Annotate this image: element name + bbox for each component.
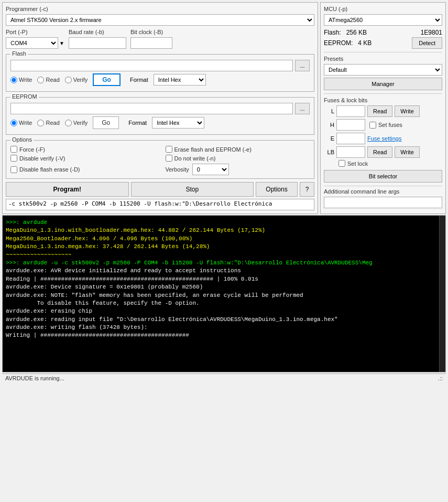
disable-flash-erase-checkbox[interactable] bbox=[10, 166, 17, 173]
flash-browse-button[interactable]: ... bbox=[295, 60, 310, 71]
verbosity-label: Verbosity bbox=[166, 166, 189, 173]
baud-rate-input[interactable]: 115200 bbox=[69, 37, 126, 49]
flash-format-select[interactable]: Intel Hex bbox=[154, 74, 206, 86]
programmer-select[interactable]: Atmel STK500 Version 2.x firmware bbox=[6, 14, 314, 26]
set-fuses-label: Set fuses bbox=[378, 122, 402, 128]
verbosity-select[interactable]: 0 bbox=[192, 164, 229, 175]
erase-checkbox[interactable] bbox=[166, 146, 172, 153]
eeprom-read-radio[interactable] bbox=[37, 120, 44, 126]
set-fuses-checkbox[interactable] bbox=[369, 122, 376, 129]
mcu-flash-label: Flash: bbox=[324, 29, 341, 36]
eeprom-read-label: Read bbox=[46, 120, 59, 126]
fuse-lb-write-button[interactable]: Write bbox=[395, 146, 419, 158]
flash-go-button[interactable]: Go bbox=[93, 73, 121, 86]
mcu-flash-addr: 1E9801 bbox=[421, 29, 442, 36]
flash-file-input[interactable]: D:\Desarrollo Electrónica\AVRDUDESS\Mega… bbox=[10, 60, 293, 71]
port-label: Port (-P) bbox=[6, 29, 64, 35]
console-output: >>>: avrdudeMegaDuino_1.3.ino.with_bootl… bbox=[2, 215, 446, 372]
flash-label: Flash bbox=[10, 50, 28, 57]
flash-verify-label: Verify bbox=[73, 77, 88, 83]
mcu-eeprom-label: EEPROM: bbox=[324, 39, 353, 47]
eeprom-go-button[interactable]: Go bbox=[93, 116, 119, 129]
bit-clock-label: Bit clock (-B) bbox=[130, 29, 172, 35]
fuse-lb-read-button[interactable]: Read bbox=[367, 146, 392, 158]
presets-label: Presets bbox=[324, 56, 442, 62]
erase-label: Erase flash and EEPROM (-e) bbox=[174, 146, 252, 153]
port-select[interactable]: COM4 bbox=[6, 37, 58, 49]
mcu-flash-size: 256 KB bbox=[346, 29, 367, 36]
fuse-l-label: L bbox=[324, 108, 334, 114]
disable-verify-checkbox[interactable] bbox=[10, 155, 17, 162]
port-dropdown-arrow[interactable]: ▼ bbox=[59, 40, 64, 46]
fuse-h-label: H bbox=[324, 122, 334, 128]
bit-selector-button[interactable]: Bit selector bbox=[324, 170, 442, 183]
status-right: .:: bbox=[438, 375, 443, 381]
options-label: Options bbox=[10, 136, 34, 143]
force-label: Force (-F) bbox=[19, 146, 45, 153]
fuse-lb-label: LB bbox=[324, 149, 334, 155]
eeprom-format-select[interactable]: Intel Hex bbox=[152, 117, 204, 129]
eeprom-verify-radio[interactable] bbox=[65, 120, 72, 126]
fuse-lb-input[interactable]: 0x3F bbox=[336, 146, 365, 158]
programmer-label: Programmer (-c) bbox=[6, 6, 314, 12]
no-write-label: Do not write (-n) bbox=[174, 155, 216, 162]
fuse-h-input[interactable]: 0xD8 bbox=[336, 119, 365, 131]
command-line-display: -c stk500v2 -p m2560 -P COM4 -b 115200 -… bbox=[6, 199, 314, 210]
eeprom-write-label: Write bbox=[19, 120, 32, 126]
stop-button[interactable]: Stop bbox=[131, 182, 254, 197]
bit-clock-input[interactable] bbox=[130, 37, 172, 49]
eeprom-file-input[interactable]: D:\Desarrollo Electrónica\AVRDUDESS\Mega… bbox=[10, 103, 293, 114]
eeprom-browse-button[interactable]: ... bbox=[295, 103, 310, 114]
manager-button[interactable]: Manager bbox=[324, 78, 442, 90]
set-lock-checkbox[interactable] bbox=[338, 160, 345, 167]
additional-args-label: Additional command line args bbox=[324, 188, 442, 195]
flash-read-label: Read bbox=[46, 77, 59, 83]
flash-read-radio[interactable] bbox=[37, 77, 44, 83]
fuse-e-label: E bbox=[324, 135, 334, 142]
eeprom-label: EEPROM bbox=[10, 93, 39, 100]
flash-verify-radio[interactable] bbox=[65, 77, 72, 83]
presets-select[interactable]: Default bbox=[324, 64, 442, 76]
flash-write-radio[interactable] bbox=[10, 77, 17, 83]
disable-flash-erase-label: Disable flash erase (-D) bbox=[19, 166, 80, 173]
fuse-l-input[interactable]: 0xFF bbox=[336, 105, 365, 117]
additional-args-input[interactable] bbox=[324, 197, 442, 208]
fuse-l-write-button[interactable]: Write bbox=[395, 105, 419, 117]
fuse-e-input[interactable]: 0xFD bbox=[336, 133, 365, 144]
fuses-label: Fuses & lock bits bbox=[324, 97, 442, 103]
force-checkbox[interactable] bbox=[10, 146, 17, 153]
set-lock-label: Set lock bbox=[347, 161, 368, 167]
eeprom-write-radio[interactable] bbox=[10, 120, 17, 126]
eeprom-verify-label: Verify bbox=[73, 120, 88, 126]
status-text: AVRDUDE is running... bbox=[5, 375, 64, 381]
detect-button[interactable]: Detect bbox=[412, 37, 442, 49]
program-button[interactable]: Program! bbox=[6, 182, 129, 197]
fuse-l-read-button[interactable]: Read bbox=[367, 105, 392, 117]
fuse-settings-link[interactable]: Fuse settings bbox=[367, 135, 401, 142]
flash-format-label: Format bbox=[130, 77, 148, 83]
mcu-label: MCU (-p) bbox=[324, 6, 442, 12]
mcu-eeprom-size: 4 KB bbox=[358, 39, 371, 47]
no-write-checkbox[interactable] bbox=[166, 155, 172, 162]
help-button[interactable]: ? bbox=[300, 182, 314, 197]
mcu-select[interactable]: ATmega2560 bbox=[324, 14, 442, 26]
disable-verify-label: Disable verify (-V) bbox=[19, 155, 65, 162]
options-button[interactable]: Options bbox=[256, 182, 298, 197]
eeprom-format-label: Format bbox=[128, 120, 147, 126]
baud-rate-label: Baud rate (-b) bbox=[69, 29, 126, 35]
flash-write-label: Write bbox=[19, 77, 32, 83]
